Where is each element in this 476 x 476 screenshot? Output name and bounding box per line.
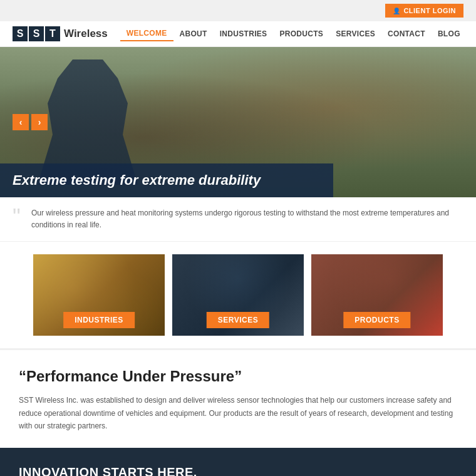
slider-prev-button[interactable]: ‹ [13, 114, 29, 130]
nav-welcome[interactable]: WELCOME [120, 26, 173, 41]
hero-title: Extreme testing for extreme durability [13, 172, 321, 189]
card-industries[interactable]: INDUSTRIES [33, 254, 165, 336]
logo-t: T [45, 26, 60, 41]
performance-text: SST Wireless Inc. was established to des… [19, 394, 457, 432]
card-label-products: PRODUCTS [343, 312, 410, 328]
logo-s2: S [29, 26, 44, 41]
logo: S S T Wireless [13, 26, 108, 41]
performance-title: “Performance Under Pressure” [19, 368, 457, 385]
hero-section: ‹ › Extreme testing for extreme durabili… [0, 47, 476, 197]
nav-about[interactable]: ABOUT [173, 27, 214, 41]
nav-industries[interactable]: INDUSTRIES [214, 27, 274, 41]
card-label-services: SERVICES [207, 312, 269, 328]
header: S S T Wireless WELCOME ABOUT INDUSTRIES … [0, 21, 476, 47]
innovation-title: INNOVATION STARTS HERE. [19, 465, 388, 476]
quote-marks: " [13, 206, 21, 229]
hero-overlay: Extreme testing for extreme durability [0, 163, 476, 197]
logo-brand: Wireless [64, 28, 108, 40]
top-bar: CLIENT LOGIN [0, 0, 476, 21]
innovation-content: INNOVATION STARTS HERE. Sign up for our … [19, 465, 388, 476]
client-login-button[interactable]: CLIENT LOGIN [385, 4, 463, 18]
performance-section: “Performance Under Pressure” SST Wireles… [0, 348, 476, 447]
nav-blog[interactable]: BLOG [432, 27, 467, 41]
nav-products[interactable]: PRODUCTS [273, 27, 329, 41]
card-products[interactable]: PRODUCTS [311, 254, 443, 336]
main-nav: WELCOME ABOUT INDUSTRIES PRODUCTS SERVIC… [120, 26, 467, 41]
card-label-industries: INDUSTRIES [63, 312, 135, 328]
quote-section: " Our wireless pressure and heat monitor… [0, 197, 476, 242]
page-frame: CLIENT LOGIN S S T Wireless WELCOME ABOU… [0, 0, 476, 476]
slider-controls: ‹ › [13, 114, 48, 130]
innovation-section: INNOVATION STARTS HERE. Sign up for our … [0, 448, 476, 476]
hero-title-bar: Extreme testing for extreme durability [0, 163, 333, 197]
card-services[interactable]: SERVICES [172, 254, 304, 336]
nav-contact[interactable]: CONTACT [381, 27, 432, 41]
cards-section: INDUSTRIES SERVICES PRODUCTS [0, 242, 476, 348]
logo-s1: S [13, 26, 28, 41]
quote-text: Our wireless pressure and heat monitorin… [31, 207, 457, 231]
slider-next-button[interactable]: › [31, 114, 48, 130]
nav-services[interactable]: SERVICES [329, 27, 381, 41]
